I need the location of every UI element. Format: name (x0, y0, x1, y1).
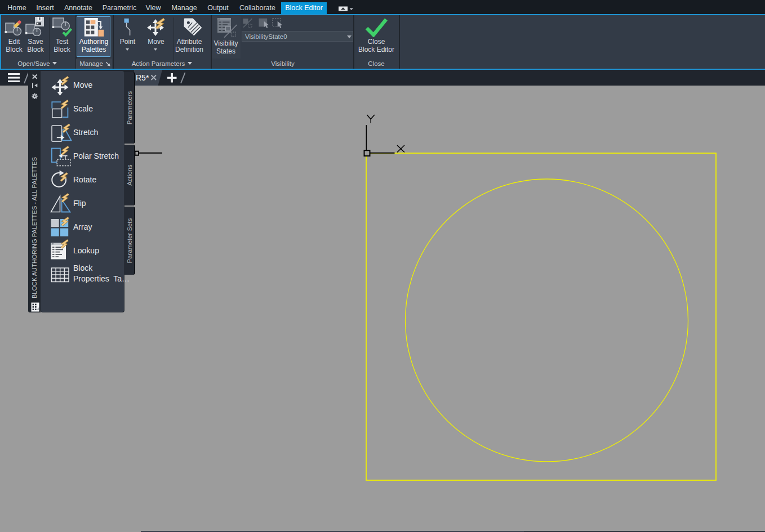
svg-text:R5*: R5* (136, 73, 149, 82)
